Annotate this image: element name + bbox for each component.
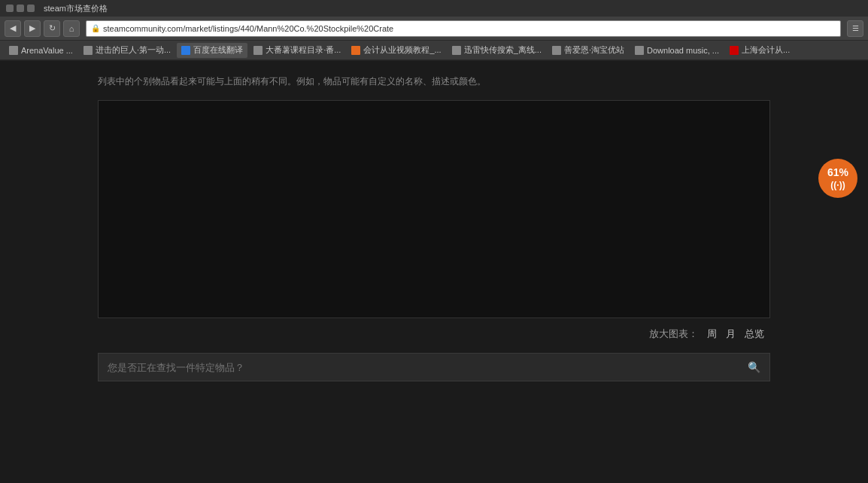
- bookmark-shanghai-kuaiji[interactable]: 上海会计从...: [725, 43, 794, 58]
- back-button[interactable]: ◀: [5, 20, 21, 37]
- ssl-lock-icon: 🔒: [91, 24, 100, 32]
- minimize-btn[interactable]: [6, 5, 14, 12]
- page-title: steam市场查价格: [44, 3, 108, 14]
- battery-percent: 61%: [827, 166, 848, 178]
- title-bar: steam市场查价格: [0, 0, 868, 17]
- chart-controls: 放大图表： 周 月 总览: [98, 321, 770, 347]
- nav-bar: ◀ ▶ ↻ ⌂ 🔒 steamcommunity.com/market/list…: [0, 17, 868, 41]
- menu-button[interactable]: ☰: [847, 20, 863, 37]
- bookmark-favicon-shanai: [552, 46, 561, 55]
- bookmark-kuaiji[interactable]: 会计从业视频教程_...: [347, 43, 445, 58]
- bookmark-label-kuaiji: 会计从业视频教程_...: [363, 44, 441, 56]
- bookmark-xunlei[interactable]: 迅雷快传搜索_离线...: [448, 43, 546, 58]
- price-chart: [98, 100, 770, 318]
- page-content: 列表中的个别物品看起来可能与上面的稍有不同。例如，物品可能有自定义的名称、描述或…: [0, 61, 868, 483]
- content-area: 列表中的个别物品看起来可能与上面的稍有不同。例如，物品可能有自定义的名称、描述或…: [0, 61, 868, 483]
- bookmark-label-shanghai: 上海会计从...: [742, 44, 790, 56]
- search-icon[interactable]: 🔍: [748, 361, 760, 373]
- address-text: steamcommunity.com/market/listings/440/M…: [103, 24, 393, 33]
- bookmark-label-jinjiren: 进击的巨人·第一动...: [96, 44, 171, 56]
- address-bar[interactable]: 🔒 steamcommunity.com/market/listings/440…: [86, 20, 841, 37]
- bookmark-download-music[interactable]: Download music, ...: [630, 43, 724, 58]
- bookmark-favicon-dafanshu: [253, 46, 263, 55]
- browser-chrome: steam市场查价格 ◀ ▶ ↻ ⌂ 🔒 steamcommunity.com/…: [0, 0, 868, 61]
- chart-month-button[interactable]: 月: [726, 327, 736, 341]
- close-btn[interactable]: [27, 5, 35, 12]
- bookmark-label-music: Download music, ...: [647, 46, 719, 55]
- nav-right-group: ☰: [847, 20, 863, 37]
- bookmark-favicon-kuaiji: [351, 46, 360, 55]
- bookmark-favicon-music: [635, 46, 644, 55]
- chart-zoom-label: 放大图表：: [649, 327, 698, 341]
- search-input[interactable]: [108, 362, 748, 373]
- title-bar-left: steam市场查价格: [6, 3, 108, 14]
- bookmark-favicon-arenavalue: [9, 46, 18, 55]
- info-notice: 列表中的个别物品看起来可能与上面的稍有不同。例如，物品可能有自定义的名称、描述或…: [98, 68, 770, 100]
- bookmark-dafanshu[interactable]: 大番薯课程目录·番...: [249, 43, 345, 58]
- forward-button[interactable]: ▶: [24, 20, 41, 37]
- home-button[interactable]: ⌂: [63, 20, 80, 37]
- search-section: 🔍: [98, 353, 770, 381]
- bookmark-favicon-xunlei: [452, 46, 461, 55]
- bookmark-arenavalue[interactable]: ArenaValue ...: [5, 43, 77, 58]
- bookmark-label-dafanshu: 大番薯课程目录·番...: [266, 44, 341, 56]
- maximize-btn[interactable]: [17, 5, 24, 12]
- wifi-icon: ((·)): [830, 180, 845, 190]
- bookmark-favicon-jinjiren: [83, 46, 93, 55]
- bookmark-favicon-baidu: [181, 46, 190, 55]
- bookmark-label-baidu: 百度在线翻译: [193, 44, 243, 56]
- bookmark-label-shanai: 善爱恩·淘宝优站: [564, 44, 624, 56]
- bookmark-jinjiren[interactable]: 进击的巨人·第一动...: [79, 43, 175, 58]
- bookmark-label-arenavalue: ArenaValue ...: [21, 46, 73, 55]
- bookmark-favicon-shanghai: [730, 46, 739, 55]
- wifi-status-badge: 61% ((·)): [818, 159, 857, 198]
- chart-week-button[interactable]: 周: [707, 327, 717, 341]
- bookmark-baidu-translate[interactable]: 百度在线翻译: [177, 43, 247, 58]
- refresh-button[interactable]: ↻: [44, 20, 60, 37]
- chart-all-button[interactable]: 总览: [745, 327, 764, 341]
- bookmark-label-xunlei: 迅雷快传搜索_离线...: [464, 44, 542, 56]
- bookmarks-bar: ArenaValue ... 进击的巨人·第一动... 百度在线翻译 大番薯课程…: [0, 41, 868, 60]
- bookmark-shanai[interactable]: 善爱恩·淘宝优站: [548, 43, 629, 58]
